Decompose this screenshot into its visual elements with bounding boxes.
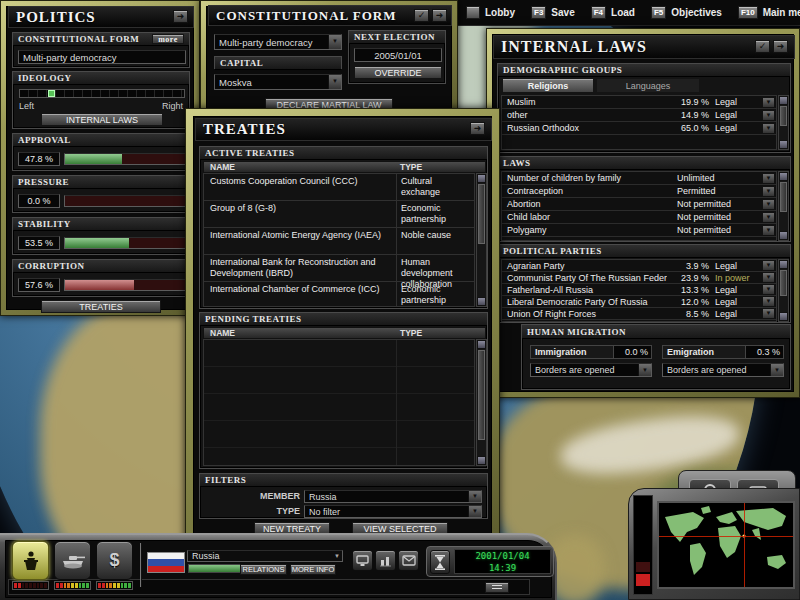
table-row[interactable]: Group of 8 (G-8) Economic partnership <box>204 201 474 228</box>
internal-laws-confirm-icon[interactable]: ✓ <box>755 40 770 53</box>
computer-button[interactable] <box>352 550 373 571</box>
chevron-down-icon[interactable]: ▼ <box>762 272 775 283</box>
constitutional-form-arrow-icon[interactable]: ➜ <box>432 9 447 22</box>
mail-button[interactable] <box>398 550 419 571</box>
list-item[interactable]: Polygamy Not permitted ▼ <box>502 224 776 237</box>
list-item[interactable]: Liberal Democratic Party Of Russia 12.0 … <box>502 296 776 308</box>
laws-scrollbar[interactable] <box>778 171 789 241</box>
more-button[interactable]: more <box>152 34 184 44</box>
scroll-up-icon[interactable] <box>779 260 788 269</box>
scrollbar-thumb[interactable] <box>478 350 485 440</box>
list-item[interactable]: Russian Orthodox 65.0 % Legal ▼ <box>502 122 776 135</box>
save-button[interactable]: F3 Save <box>523 0 583 25</box>
list-item[interactable]: Child labor Not permitted ▼ <box>502 211 776 224</box>
statistics-button[interactable] <box>375 550 396 571</box>
time-control-button[interactable] <box>430 550 450 574</box>
chevron-down-icon[interactable]: ▼ <box>762 308 775 319</box>
country-selector-dropdown[interactable]: Russia ▼ <box>187 550 343 562</box>
ticker-menu-button[interactable] <box>485 582 509 593</box>
load-button[interactable]: F4 Load <box>583 0 643 25</box>
party-status: Legal <box>709 309 761 319</box>
chevron-down-icon[interactable]: ▼ <box>762 123 775 134</box>
internal-laws-button[interactable]: INTERNAL LAWS <box>41 113 163 126</box>
main-menu-button[interactable]: F10 Main menu <box>730 0 800 25</box>
chevron-down-icon[interactable]: ▼ <box>762 173 775 184</box>
demographic-groups-header: DEMOGRAPHIC GROUPS <box>503 64 622 76</box>
chevron-down-icon[interactable]: ▼ <box>762 296 775 307</box>
pending-treaties-table <box>203 339 475 466</box>
tab-languages[interactable]: Languages <box>596 78 700 93</box>
internal-laws-arrow-icon[interactable]: ➜ <box>773 40 788 53</box>
list-item[interactable]: other 14.9 % Legal ▼ <box>502 109 776 122</box>
scrollbar-thumb[interactable] <box>478 184 485 244</box>
objectives-button[interactable]: F5 Objectives <box>643 0 730 25</box>
list-item[interactable]: Communist Party Of The Russian Feder 23.… <box>502 272 776 284</box>
military-mode-button[interactable] <box>54 541 91 580</box>
column-divider <box>396 340 397 465</box>
scroll-down-icon[interactable] <box>477 297 486 306</box>
list-item[interactable]: Number of children by family Unlimited ▼ <box>502 172 776 185</box>
pending-treaties-scrollbar[interactable] <box>476 339 487 466</box>
lobby-button[interactable]: Lobby <box>458 0 523 25</box>
religions-scrollbar[interactable] <box>778 95 789 150</box>
treaties-button[interactable]: TREATIES <box>41 300 161 313</box>
capital-dropdown[interactable]: Moskva ▼ <box>214 74 342 90</box>
relations-button[interactable]: RELATIONS <box>240 564 287 575</box>
table-row[interactable]: International Bank for Reconstruction an… <box>204 255 474 282</box>
name-column-label: NAME <box>204 162 396 172</box>
chevron-down-icon[interactable]: ▼ <box>762 212 775 223</box>
parties-scrollbar[interactable] <box>778 259 789 322</box>
tab-religions[interactable]: Religions <box>502 78 594 93</box>
more-info-button[interactable]: MORE INFO <box>290 564 336 575</box>
game-screen: Lobby F3 Save F4 Load F5 Objectives F10 … <box>0 0 800 600</box>
chevron-down-icon[interactable]: ▼ <box>762 110 775 121</box>
chevron-down-icon[interactable]: ▼ <box>762 284 775 295</box>
table-row[interactable]: International Chamber of Commerce (ICC) … <box>204 282 474 307</box>
list-item[interactable]: Contraception Permitted ▼ <box>502 185 776 198</box>
list-item[interactable]: Abortion Not permitted ▼ <box>502 198 776 211</box>
immigration-policy-dropdown[interactable]: Borders are opened ▼ <box>530 363 652 377</box>
scrollbar-thumb[interactable] <box>780 182 787 212</box>
list-item[interactable]: Agrarian Party 3.9 % Legal ▼ <box>502 260 776 272</box>
scroll-down-icon[interactable] <box>779 231 788 240</box>
scrollbar-thumb[interactable] <box>780 270 787 296</box>
scroll-down-icon[interactable] <box>779 312 788 321</box>
minimap-world-map[interactable] <box>657 501 795 589</box>
load-label: Load <box>611 7 635 18</box>
table-row[interactable]: Customs Cooperation Council (CCC) Cultur… <box>204 174 474 201</box>
chevron-down-icon: ▼ <box>770 364 783 376</box>
constitutional-form-confirm-icon[interactable]: ✓ <box>414 9 429 22</box>
scroll-up-icon[interactable] <box>477 340 486 349</box>
economy-mode-button[interactable]: $ <box>96 541 133 580</box>
member-filter-dropdown[interactable]: Russia ▼ <box>304 490 482 503</box>
emigration-policy-dropdown[interactable]: Borders are opened ▼ <box>662 363 784 377</box>
chevron-down-icon[interactable]: ▼ <box>762 260 775 271</box>
government-type-dropdown[interactable]: Multi-party democracy ▼ <box>214 34 342 50</box>
scroll-down-icon[interactable] <box>477 456 486 465</box>
ideology-slider-track[interactable] <box>19 89 185 98</box>
chevron-down-icon[interactable]: ▼ <box>762 199 775 210</box>
treaty-name: International Atomic Energy Agency (IAEA… <box>204 228 396 254</box>
chevron-down-icon[interactable]: ▼ <box>762 225 775 236</box>
politics-collapse-arrow-icon[interactable]: ➜ <box>173 10 188 23</box>
scrollbar-thumb[interactable] <box>780 106 787 126</box>
chevron-down-icon[interactable]: ▼ <box>762 186 775 197</box>
type-filter-dropdown[interactable]: No filter ▼ <box>304 505 482 518</box>
treaty-name: International Bank for Reconstruction an… <box>204 255 396 281</box>
list-item[interactable]: Muslim 19.9 % Legal ▼ <box>502 96 776 109</box>
override-button[interactable]: OVERRIDE <box>354 66 442 79</box>
list-item[interactable]: Fatherland-All Russia 13.3 % Legal ▼ <box>502 284 776 296</box>
list-item[interactable]: Union Of Right Forces 8.5 % Legal ▼ <box>502 308 776 320</box>
table-row[interactable]: International Atomic Energy Agency (IAEA… <box>204 228 474 255</box>
stability-section: STABILITY 53.5 % <box>12 217 190 255</box>
ideology-slider-thumb[interactable] <box>48 90 55 97</box>
active-treaties-scrollbar[interactable] <box>476 173 487 307</box>
chevron-down-icon[interactable]: ▼ <box>762 97 775 108</box>
scroll-up-icon[interactable] <box>477 174 486 183</box>
treaties-arrow-icon[interactable]: ➜ <box>470 122 485 135</box>
active-treaties-table: Customs Cooperation Council (CCC) Cultur… <box>203 173 475 307</box>
scroll-down-icon[interactable] <box>779 140 788 149</box>
scroll-up-icon[interactable] <box>779 96 788 105</box>
scroll-up-icon[interactable] <box>779 172 788 181</box>
politics-mode-button[interactable] <box>12 541 49 580</box>
